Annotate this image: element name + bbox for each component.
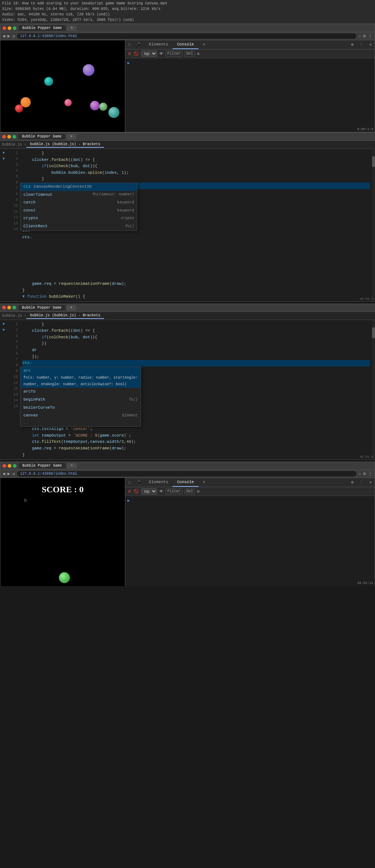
star-icon[interactable]: ☆ — [359, 33, 361, 39]
fold-arrow-4[interactable]: ▼ — [0, 327, 7, 333]
eye-icon[interactable]: 👁 — [159, 51, 163, 56]
more-tabs-icon[interactable]: » — [198, 40, 210, 49]
video-info-line3: Audio: aac, 44100 Hz, stereo s16, (28 kb… — [2, 12, 373, 17]
code-area-1[interactable]: } clicker.forEach((dot) => { if(colCheck… — [20, 149, 372, 302]
devtools-menu-icon-2[interactable]: ⋮ — [356, 478, 366, 487]
window-controls — [3, 26, 16, 30]
code2-close: } — [22, 452, 370, 459]
bubble-lavender[interactable] — [90, 101, 100, 110]
ac-item-catch[interactable]: catch keyword — [21, 199, 137, 207]
editor-new-tab-2[interactable]: + — [67, 305, 76, 310]
devtools-panel-2: ⬚ 📱 Elements Console » ⚙ ⋮ ✕ ⏸ 🚫 top 👁 F… — [125, 478, 375, 586]
minimize-button[interactable] — [8, 26, 11, 30]
bubble-purple[interactable] — [83, 64, 94, 76]
browser-close-btn-2[interactable] — [3, 464, 6, 468]
clear-icon-2[interactable]: 🚫 — [134, 489, 139, 494]
del-label-1[interactable]: Del — [185, 51, 195, 56]
del-label-2[interactable]: Del — [185, 489, 195, 494]
menu-icon[interactable]: ⋮ — [368, 33, 372, 39]
editor-scrollbar-thumb-1[interactable] — [372, 156, 375, 167]
close-button[interactable] — [3, 26, 6, 30]
editor-min-btn-2[interactable] — [7, 306, 11, 309]
ac-type-catch: keyword — [117, 199, 134, 206]
device-icon[interactable]: 📱 — [134, 40, 145, 49]
filter-label-1[interactable]: Filter — [166, 51, 182, 56]
inspect-icon-2[interactable]: ⬚ — [125, 478, 134, 487]
editor-min-btn-1[interactable] — [7, 135, 11, 139]
editor-new-tab[interactable]: + — [67, 134, 76, 139]
ac2-item-bezierCurveTo[interactable]: bezierCurveTo — [21, 404, 141, 412]
editor-tab-active-1[interactable]: bubble.js (bubble.js) - Brackets — [26, 141, 104, 148]
inspect-icon[interactable]: ⬚ — [125, 40, 134, 49]
console-tab-1[interactable]: Console — [172, 40, 198, 49]
ac-item-crypto[interactable]: crypto crypto — [21, 214, 137, 222]
editor-close-btn-2[interactable] — [2, 306, 6, 309]
editor-scrollbar-2[interactable] — [372, 320, 375, 460]
more-tabs-icon-2[interactable]: » — [198, 478, 210, 487]
back-icon[interactable]: ◀ — [3, 33, 5, 39]
editor-max-btn-1[interactable] — [12, 135, 16, 139]
forward-icon-2[interactable]: ▶ — [7, 471, 10, 477]
address-bar-1[interactable]: 127.0.0.1:43808/index.html — [17, 33, 356, 39]
new-tab-button[interactable]: + — [67, 25, 77, 31]
browser-new-tab-2[interactable]: + — [67, 463, 77, 468]
context-select-2[interactable]: top — [141, 488, 157, 494]
eye-icon-2[interactable]: 👁 — [159, 489, 163, 494]
green-bubble[interactable] — [59, 572, 70, 583]
devtools-settings-icon[interactable]: ⚙ — [348, 40, 357, 49]
editor-tab-bubblejs[interactable]: Bubble Popper Game — [18, 134, 65, 139]
devtools-close-icon[interactable]: ✕ — [366, 40, 375, 49]
stop-icon[interactable]: ⏸ — [127, 51, 131, 56]
bubble-cyan[interactable] — [108, 107, 119, 118]
fold-arrow-1[interactable]: ▼ — [0, 150, 7, 156]
settings-icon-2[interactable]: ⚙ — [363, 471, 366, 477]
devtools-close-icon-2[interactable]: ✕ — [366, 478, 375, 487]
filter-label-2[interactable]: Filter — [166, 489, 182, 494]
ac2-name-beginPath: beginPath — [23, 397, 45, 403]
fold-arrow-2[interactable]: ▼ — [0, 156, 7, 162]
browser-min-btn-2[interactable] — [8, 464, 11, 468]
devtools-settings-icon-2[interactable]: ⚙ — [348, 478, 357, 487]
ac2-type-canvas: Element — [122, 413, 138, 419]
elements-tab-1[interactable]: Elements — [145, 40, 173, 49]
bubble-teal[interactable] — [44, 77, 53, 86]
back-icon-2[interactable]: ◀ — [3, 471, 5, 477]
more-settings-icon-2[interactable]: ⚙ — [197, 489, 200, 494]
browser-max-btn-2[interactable] — [13, 464, 16, 468]
refresh-icon[interactable]: ↺ — [12, 33, 15, 39]
ac2-item-canvas[interactable]: canvas Element — [21, 412, 141, 420]
settings-icon[interactable]: ⚙ — [363, 33, 366, 39]
stop-icon-2[interactable]: ⏸ — [127, 489, 131, 494]
star-icon-2[interactable]: ☆ — [359, 471, 361, 477]
forward-icon[interactable]: ▶ — [7, 33, 10, 39]
editor-max-btn-2[interactable] — [12, 306, 16, 309]
ac2-item-arcTo[interactable]: arcTo — [21, 388, 141, 396]
clear-icon[interactable]: 🚫 — [134, 51, 139, 56]
elements-tab-2[interactable]: Elements — [145, 478, 173, 487]
devtools-menu-icon[interactable]: ⋮ — [356, 40, 366, 49]
ac2-item-beginPath[interactable]: beginPath fn() — [21, 396, 141, 404]
editor-scrollbar-1[interactable] — [372, 149, 375, 302]
browser-tab-1[interactable]: Bubble Popper Game — [19, 25, 66, 31]
code-area-2[interactable]: } clicker.forEach((dot) => { if(colCheck… — [20, 320, 372, 460]
console-tab-2[interactable]: Console — [172, 478, 198, 487]
browser-game-tab-2[interactable]: Bubble Popper Game — [19, 463, 66, 468]
ac-item-ClientRect[interactable]: ClientRect fn() — [21, 222, 137, 231]
editor-tab-active-2[interactable]: bubble.js (bubble.js) - Brackets — [26, 313, 104, 319]
editor-close-btn-1[interactable] — [2, 135, 6, 139]
ac-item-const[interactable]: const keyword — [21, 207, 137, 215]
bubble-red[interactable] — [15, 104, 23, 113]
context-select-1[interactable]: top — [141, 51, 157, 57]
refresh-icon-2[interactable]: ↺ — [12, 471, 15, 477]
ac-item-clearTimeout[interactable]: clearTimeout fn(timeout: number) — [21, 191, 137, 199]
maximize-button[interactable] — [13, 26, 16, 30]
more-settings-icon[interactable]: ⚙ — [197, 51, 200, 56]
editor-scrollbar-thumb-2[interactable] — [372, 327, 375, 338]
editor-game-tab-2[interactable]: Bubble Popper Game — [18, 305, 65, 310]
address-bar-2[interactable]: 127.0.0.1:43808/index.html — [17, 471, 356, 477]
menu-icon-2[interactable]: ⋮ — [368, 471, 372, 477]
bubble-pink[interactable] — [64, 99, 72, 106]
bubble-green-sm[interactable] — [99, 103, 107, 111]
device-icon-2[interactable]: 📱 — [134, 478, 145, 487]
fold-arrow-3[interactable]: ▼ — [0, 321, 7, 327]
